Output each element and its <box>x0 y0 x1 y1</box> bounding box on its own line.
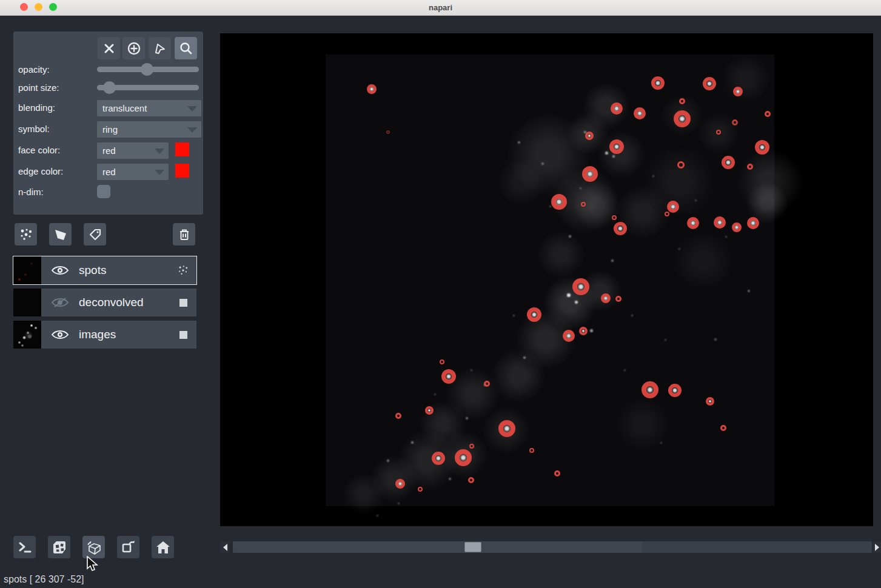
dim-slider-left-arrow[interactable] <box>220 541 230 553</box>
layer-thumbnail <box>13 289 41 316</box>
delete-layer-button[interactable] <box>173 223 195 246</box>
layer-name: images <box>79 328 170 341</box>
new-points-layer-button[interactable] <box>15 223 37 246</box>
eye-icon <box>51 264 69 276</box>
spot-point <box>468 477 474 483</box>
layer-row-deconvolved[interactable]: deconvolved <box>13 289 196 316</box>
new-labels-layer-button[interactable] <box>84 223 106 246</box>
console-icon <box>18 540 32 555</box>
face-color-swatch[interactable] <box>175 142 189 156</box>
toggle-ndisplay-button[interactable] <box>82 536 105 558</box>
trash-icon <box>178 228 191 241</box>
points-layer-type-icon <box>170 265 196 276</box>
spot-point <box>720 425 726 431</box>
spot-point <box>469 444 474 449</box>
face-color-value: red <box>102 145 116 156</box>
transpose-dims-button[interactable] <box>117 536 139 558</box>
layer-row-spots[interactable]: spots <box>13 256 196 284</box>
opacity-slider[interactable] <box>97 67 199 72</box>
spot-point <box>765 111 771 117</box>
napari-window: napari <box>0 0 881 588</box>
spot-point <box>440 359 444 364</box>
dim-slider-handle[interactable] <box>464 542 481 552</box>
visibility-toggle[interactable] <box>41 296 79 309</box>
microscopy-image <box>326 55 774 506</box>
symbol-value: ring <box>102 124 118 135</box>
status-coordinates: spots [ 26 307 -52] <box>4 574 84 585</box>
grid-view-button[interactable] <box>48 536 70 558</box>
image-layer-type-icon <box>170 331 196 339</box>
spot-point <box>386 130 390 134</box>
spot-point <box>615 296 621 302</box>
layer-name: spots <box>79 264 170 277</box>
circle-plus-icon <box>127 41 141 56</box>
symbol-dropdown[interactable]: ring <box>97 121 201 138</box>
image-layer-type-icon <box>170 299 196 307</box>
spot-point <box>612 215 617 220</box>
app-body: opacity: point size: blending: transluce… <box>0 16 881 588</box>
opacity-slider-handle[interactable] <box>141 63 153 76</box>
x-icon <box>103 42 115 55</box>
opacity-label: opacity: <box>18 64 50 75</box>
layer-row-images[interactable]: images <box>13 321 196 349</box>
spot-point <box>484 381 490 387</box>
add-points-button[interactable] <box>122 37 145 59</box>
spot-point <box>716 130 721 135</box>
spot-point <box>677 161 685 169</box>
home-button[interactable] <box>152 536 174 558</box>
face-color-label: face color: <box>18 145 60 155</box>
ndim-label: n-dim: <box>18 187 44 197</box>
spot-point <box>747 164 753 170</box>
visibility-toggle[interactable] <box>41 329 79 341</box>
spot-point <box>665 212 669 216</box>
window-title: napari <box>0 3 881 12</box>
spot-point <box>554 470 560 476</box>
layer-thumbnail <box>13 256 41 284</box>
blending-label: blending: <box>18 102 55 113</box>
blending-value: translucent <box>102 103 147 113</box>
point-size-slider-handle[interactable] <box>103 81 116 94</box>
layer-thumbnail <box>13 321 41 349</box>
spot-point <box>529 448 534 453</box>
visibility-toggle[interactable] <box>41 264 79 276</box>
dim-slider-track[interactable] <box>233 541 872 553</box>
chevron-down-icon <box>187 106 197 112</box>
eye-off-icon <box>51 296 69 309</box>
shapes-polygon-icon <box>54 228 67 241</box>
spot-point <box>418 487 423 492</box>
titlebar: napari <box>0 0 881 16</box>
cursor-arrow-icon <box>153 42 167 55</box>
viewer-canvas[interactable] <box>220 33 873 526</box>
delete-selected-points-button[interactable] <box>98 37 120 59</box>
magnifier-icon <box>179 41 193 56</box>
eye-icon <box>51 329 69 341</box>
select-points-button[interactable] <box>149 37 171 59</box>
spot-point <box>395 413 401 419</box>
spot-point <box>679 98 685 104</box>
layer-name: deconvolved <box>79 296 170 309</box>
ndim-checkbox[interactable] <box>97 185 110 198</box>
chevron-down-icon <box>155 170 164 175</box>
edge-color-swatch[interactable] <box>175 164 189 178</box>
mouse-cursor <box>85 556 100 573</box>
chevron-down-icon <box>155 149 164 154</box>
console-button[interactable] <box>13 536 36 558</box>
spot-point <box>732 119 738 125</box>
edge-color-label: edge color: <box>18 166 63 176</box>
new-shapes-layer-button[interactable] <box>49 223 72 246</box>
grid-cube-icon <box>52 540 67 555</box>
labels-tag-icon <box>89 228 102 241</box>
point-size-slider[interactable] <box>97 85 199 90</box>
chevron-down-icon <box>187 127 197 133</box>
edge-color-dropdown[interactable]: red <box>97 164 169 180</box>
dim-slider-right-arrow[interactable] <box>873 541 881 553</box>
points-icon <box>19 228 33 241</box>
home-icon <box>156 540 170 555</box>
layer-controls-panel: opacity: point size: blending: transluce… <box>13 32 203 215</box>
transpose-square-arrow-icon <box>121 540 136 555</box>
symbol-label: symbol: <box>18 124 50 134</box>
edge-color-value: red <box>102 167 116 177</box>
blending-dropdown[interactable]: translucent <box>97 100 201 116</box>
face-color-dropdown[interactable]: red <box>97 142 169 159</box>
pan-zoom-button[interactable] <box>175 37 197 59</box>
